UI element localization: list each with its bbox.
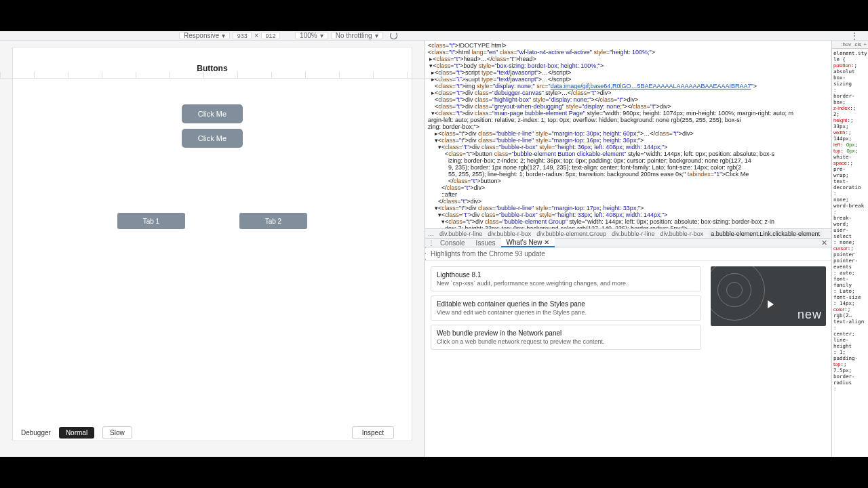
tab-2[interactable]: Tab 2 (239, 213, 307, 229)
whatsnew-card[interactable]: Lighthouse 8.1New `csp-xss` audit, perfo… (431, 266, 701, 291)
dom-line[interactable]: <class="t">img style="display: none;" sr… (425, 83, 831, 89)
crumb[interactable]: div.bubble-r-box (488, 230, 531, 237)
tab-1[interactable]: Tab 1 (117, 213, 185, 229)
button-clickme-2[interactable]: Click Me (182, 129, 243, 148)
styles-chip[interactable]: :hov (841, 41, 851, 47)
rotate-icon[interactable] (390, 32, 397, 39)
dom-line[interactable]: ▸<class="t">script type="text/javascript… (425, 69, 831, 76)
dom-line[interactable]: ▸<class="t">script type="text/javascript… (425, 76, 831, 83)
elements-tree[interactable]: <class="t">!DOCTYPE html><class="t">html… (425, 41, 831, 228)
dom-line[interactable]: ▾<class="t">div class="bubble-r-box" sty… (425, 211, 831, 218)
drawer-tab-console[interactable]: Console (435, 238, 471, 247)
dom-line[interactable]: ▾<class="t">div class="bubble-r-line" st… (425, 137, 831, 144)
devtools: ◩ ▢ ElementsConsoleSourcesNetworkPerform… (425, 31, 868, 457)
ruler (0, 72, 475, 79)
dom-line[interactable]: </class="t">button> (425, 178, 831, 184)
rendered-page: Buttons Click Me Click Me Tab 1 Tab 2 De… (0, 31, 425, 457)
whatsnew-card[interactable]: Web bundle preview in the Network panelC… (431, 325, 701, 350)
dom-line[interactable]: <class="t">div class="highlight-box" sty… (425, 96, 831, 103)
styles-rules[interactable]: element.style { position:; absolut box-s… (832, 49, 868, 457)
whatsnew-video-thumb[interactable]: new (711, 266, 826, 326)
drawer-close-icon[interactable]: ✕ (821, 239, 831, 247)
dom-line[interactable]: <class="t">button class="bubble-element … (425, 150, 831, 157)
dom-line[interactable]: ▾<class="t">body style="box-sizing: bord… (425, 62, 831, 69)
close-icon[interactable]: ✕ (544, 239, 549, 246)
viewport-width[interactable]: 933 (233, 32, 252, 39)
dom-line[interactable]: izing: border-box; z-index: 2; height: 3… (425, 157, 831, 164)
viewport-height[interactable]: 912 (261, 32, 280, 39)
drawer-menu-icon[interactable]: ⋮ (428, 239, 435, 247)
inspect-button[interactable]: Inspect (352, 426, 394, 439)
crumb[interactable]: a.bubble-element.Link.clickable-element (709, 230, 822, 237)
dom-line[interactable]: zing: border-box;"> (425, 123, 831, 130)
dom-line[interactable]: ▸<class="t">head>…</class="t">head> (425, 56, 831, 62)
button-clickme-1[interactable]: Click Me (182, 104, 243, 123)
dom-line[interactable]: <class="t">!DOCTYPE html> (425, 42, 831, 49)
drawer-tab-what-s-new[interactable]: What's New✕ (501, 238, 555, 247)
play-icon (768, 300, 774, 308)
crumb[interactable]: div.bubble-r-line (439, 230, 482, 237)
dom-line[interactable]: </class="t">div> (425, 184, 831, 191)
dom-line[interactable]: <class="t">html lang="en" class="wf-lato… (425, 49, 831, 56)
crumb[interactable]: div.bubble-r-box (660, 230, 703, 237)
device-select[interactable]: Responsive▾ (179, 32, 230, 39)
dom-line[interactable]: ▾<class="t">div class="bubble-element Gr… (425, 218, 831, 225)
dom-line[interactable]: ▸<class="t">div class="debugger-canvas" … (425, 89, 831, 96)
device-menu-icon[interactable]: ⋮ (850, 31, 863, 41)
styles-chip[interactable]: .cls (853, 41, 861, 47)
drawer-tab-issues[interactable]: Issues (471, 238, 501, 247)
dom-line[interactable]: ▾<class="t">div class="main-page bubble-… (425, 110, 831, 117)
device-toolbar: Responsive▾ 933 × 912 100%▾ No throttlin… (0, 31, 868, 41)
crumb[interactable]: … (428, 230, 434, 237)
styles-chip[interactable]: + (863, 41, 867, 47)
dom-line[interactable]: ▾<class="t">div class="bubble-r-line" st… (425, 205, 831, 211)
whatsnew-card[interactable]: Editable web container queries in the St… (431, 296, 701, 321)
dom-line[interactable]: argin-left: auto; position: relative; z-… (425, 117, 831, 123)
dom-line[interactable]: </class="t">div> (425, 198, 831, 205)
dom-line[interactable]: <class="t">div class="greyout-when-debug… (425, 103, 831, 110)
drawer-tabs: ⋮ ConsoleIssuesWhat's New✕ ✕ (425, 238, 831, 247)
dom-line[interactable]: ::after (425, 191, 831, 198)
dom-line[interactable]: ▾<class="t">div class="bubble-r-box" sty… (425, 144, 831, 150)
dom-line[interactable]: 55, 255, 255); line-height: 1; border-ra… (425, 171, 831, 178)
crumb[interactable]: div.bubble-element.Group (536, 230, 606, 237)
crumb[interactable]: div.bubble-r-line (612, 230, 654, 237)
page-title: Buttons (13, 47, 412, 73)
breadcrumbs[interactable]: …div.bubble-r-linediv.bubble-r-boxdiv.bu… (425, 228, 831, 238)
dom-line[interactable]: 9, 235); border: 1px none rgb(127, 149, … (425, 164, 831, 171)
styles-pane: Styles » :hov.cls+ element.style { posit… (831, 31, 868, 457)
dom-line[interactable]: ▸<class="t">div class="bubble-r-line" st… (425, 130, 831, 137)
mode-slow[interactable]: Slow (102, 426, 132, 439)
debugger-label: Debugger (21, 429, 51, 436)
debugger-bar: Debugger Normal Slow Inspect (13, 424, 402, 441)
throttling-select[interactable]: No throttling▾ (331, 32, 383, 39)
zoom-select[interactable]: 100%▾ (295, 32, 328, 39)
mode-normal[interactable]: Normal (59, 427, 94, 439)
dom-line[interactable]: dex: 7; height: 33px; top: 0px; backgrou… (425, 225, 831, 228)
whatsnew-banner: Highlights from the Chrome 93 update (425, 247, 831, 261)
